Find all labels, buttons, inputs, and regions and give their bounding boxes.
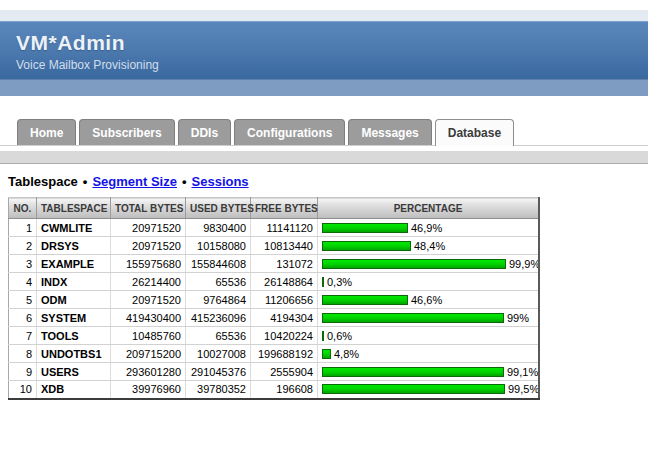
cell-free-bytes: 131072 [251,255,318,273]
cell-percentage: 0,6% [318,327,540,345]
cell-total-bytes: 419430400 [111,309,186,327]
cell-free-bytes: 10420224 [251,327,318,345]
cell-total-bytes: 155975680 [111,255,186,273]
cell-used-bytes: 415236096 [186,309,251,327]
cell-free-bytes: 199688192 [251,345,318,363]
percentage-label: 0,3% [327,276,352,288]
tab-configurations[interactable]: Configurations [234,119,345,145]
cell-tablespace: ODM [37,291,111,309]
percentage-bar [322,331,324,341]
cell-percentage: 99% [318,309,540,327]
subnav: Tablespace•Segment Size•Sessions [8,174,648,189]
cell-tablespace: UNDOTBS1 [37,345,111,363]
app-title: VM*Admin [16,31,648,55]
cell-no: 9 [9,363,37,381]
cell-free-bytes: 196608 [251,381,318,399]
tab-subscribers[interactable]: Subscribers [79,119,174,145]
percentage-label: 48,4% [414,240,445,252]
tab-bar: HomeSubscribersDDIsConfigurationsMessage… [0,120,648,146]
cell-tablespace: XDB [37,381,111,399]
cell-percentage: 4,8% [318,345,540,363]
masthead-bottom-strip [0,79,648,96]
table-row: 5ODM2097152097648641120665646,6% [9,291,540,309]
percentage-label: 46,9% [411,222,442,234]
cell-free-bytes: 10813440 [251,237,318,255]
percentage-label: 99,1% [507,366,538,378]
col-header-percentage: PERCENTAGE [318,198,540,219]
cell-total-bytes: 39976960 [111,381,186,399]
tab-messages[interactable]: Messages [348,119,431,145]
table-row: 9USERS293601280291045376255590499,1% [9,363,540,381]
table-header-row: NO. TABLESPACE TOTAL BYTES USED BYTES FR… [9,198,540,219]
bullet-separator: • [182,174,187,189]
tab-home[interactable]: Home [17,119,76,145]
tab-database[interactable]: Database [435,119,514,146]
cell-no: 1 [9,219,37,237]
app-subtitle: Voice Mailbox Provisioning [16,58,648,72]
cell-total-bytes: 293601280 [111,363,186,381]
cell-tablespace: DRSYS [37,237,111,255]
percentage-label: 99,5% [508,383,539,395]
col-header-free-bytes: FREE BYTES [251,198,318,219]
subnav-link-segment-size[interactable]: Segment Size [92,174,177,189]
cell-total-bytes: 20971520 [111,291,186,309]
bullet-separator: • [83,174,88,189]
table-row: 1CWMLITE2097152098304001114112046,9% [9,219,540,237]
cell-tablespace: TOOLS [37,327,111,345]
cell-used-bytes: 39780352 [186,381,251,399]
cell-tablespace: INDX [37,273,111,291]
cell-total-bytes: 209715200 [111,345,186,363]
col-header-no: NO. [9,198,37,219]
percentage-label: 4,8% [334,348,359,360]
cell-percentage: 0,3% [318,273,540,291]
cell-tablespace: CWMLITE [37,219,111,237]
cell-percentage: 48,4% [318,237,540,255]
col-header-total-bytes: TOTAL BYTES [111,198,186,219]
cell-percentage: 46,9% [318,219,540,237]
cell-used-bytes: 9830400 [186,219,251,237]
top-gap [0,0,648,10]
cell-no: 3 [9,255,37,273]
cell-free-bytes: 11141120 [251,219,318,237]
cell-total-bytes: 20971520 [111,237,186,255]
percentage-label: 99,9% [509,258,539,270]
cell-used-bytes: 291045376 [186,363,251,381]
cell-no: 2 [9,237,37,255]
cell-free-bytes: 11206656 [251,291,318,309]
table-row: 7TOOLS1048576065536104202240,6% [9,327,540,345]
table-row: 3EXAMPLE15597568015584460813107299,9% [9,255,540,273]
toolbar-strip [0,151,648,164]
cell-used-bytes: 155844608 [186,255,251,273]
table-row: 2DRSYS20971520101580801081344048,4% [9,237,540,255]
percentage-bar [322,223,408,233]
table-row: 4INDX2621440065536261488640,3% [9,273,540,291]
subnav-current-tablespace: Tablespace [8,174,78,189]
cell-free-bytes: 2555904 [251,363,318,381]
masthead: VM*Admin Voice Mailbox Provisioning [0,21,648,79]
cell-no: 6 [9,309,37,327]
percentage-bar [322,277,324,287]
cell-no: 5 [9,291,37,309]
cell-total-bytes: 10485760 [111,327,186,345]
cell-used-bytes: 10158080 [186,237,251,255]
percentage-bar [322,295,408,305]
cell-no: 4 [9,273,37,291]
percentage-bar [322,367,504,377]
cell-no: 10 [9,381,37,399]
subnav-link-sessions[interactable]: Sessions [192,174,249,189]
table-row: 10XDB399769603978035219660899,5% [9,381,540,399]
cell-no: 8 [9,345,37,363]
tab-ddis[interactable]: DDIs [178,119,231,145]
percentage-bar [322,349,331,359]
cell-no: 7 [9,327,37,345]
cell-percentage: 99,5% [318,381,540,399]
cell-free-bytes: 26148864 [251,273,318,291]
cell-used-bytes: 65536 [186,327,251,345]
col-header-tablespace: TABLESPACE [37,198,111,219]
cell-used-bytes: 65536 [186,273,251,291]
cell-total-bytes: 26214400 [111,273,186,291]
tablespace-table: NO. TABLESPACE TOTAL BYTES USED BYTES FR… [8,197,540,400]
cell-free-bytes: 4194304 [251,309,318,327]
percentage-bar [322,259,506,269]
percentage-label: 0,6% [327,330,352,342]
